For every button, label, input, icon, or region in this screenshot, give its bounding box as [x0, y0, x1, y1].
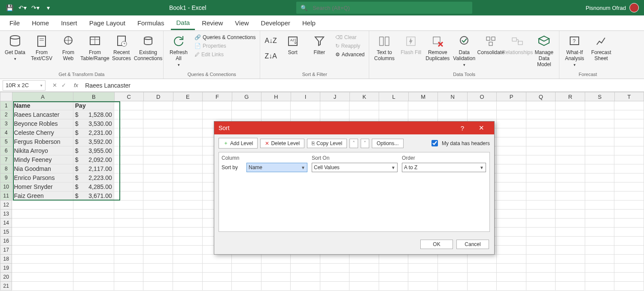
cell[interactable] [114, 164, 144, 173]
column-header[interactable]: H [261, 92, 291, 101]
cell[interactable] [438, 273, 468, 282]
refresh-all-button[interactable]: Refresh All▾ [166, 33, 191, 68]
cell[interactable] [143, 182, 173, 192]
column-header[interactable]: D [144, 92, 173, 101]
cell[interactable] [173, 210, 203, 219]
tab-file[interactable]: File [4, 17, 25, 29]
cell[interactable] [173, 219, 203, 228]
help-button[interactable]: ? [454, 122, 471, 134]
cell[interactable] [291, 101, 320, 110]
column-header[interactable]: S [585, 92, 615, 101]
search-input[interactable] [312, 4, 468, 12]
cancel-formula-icon[interactable]: ✕ [52, 82, 57, 88]
column-header[interactable]: G [232, 92, 262, 101]
cell[interactable] [173, 273, 203, 282]
cell[interactable] [114, 137, 144, 146]
cell[interactable] [261, 110, 291, 119]
cell[interactable] [73, 228, 114, 237]
cell[interactable] [379, 101, 409, 110]
cell[interactable] [497, 119, 526, 128]
cell[interactable] [526, 182, 556, 192]
row-header[interactable]: 13 [0, 210, 12, 219]
ok-button[interactable]: OK [420, 240, 453, 249]
tab-view[interactable]: View [230, 17, 254, 29]
column-header[interactable]: M [409, 92, 438, 101]
cell[interactable] [320, 255, 350, 264]
cell[interactable] [114, 201, 144, 210]
cell[interactable] [379, 110, 409, 119]
column-header[interactable]: C [115, 92, 144, 101]
dialog-titlebar[interactable]: Sort ? ✕ [214, 122, 494, 134]
cell[interactable] [143, 192, 173, 201]
cell[interactable] [232, 255, 261, 264]
cell[interactable] [497, 110, 526, 119]
row-header[interactable]: 12 [0, 201, 12, 210]
cell[interactable] [585, 137, 615, 146]
cell[interactable] [12, 255, 73, 264]
cell[interactable] [497, 201, 526, 210]
cell[interactable]: Beyonce Robles [12, 119, 73, 128]
cell[interactable] [73, 210, 114, 219]
cell[interactable] [349, 110, 379, 119]
column-header[interactable]: P [497, 92, 526, 101]
cell[interactable] [614, 219, 644, 228]
column-header[interactable]: K [350, 92, 380, 101]
cell[interactable]: $4,285.00 [73, 182, 114, 192]
cell[interactable] [173, 264, 203, 273]
cell[interactable] [526, 146, 556, 155]
cell[interactable] [497, 192, 526, 201]
cell[interactable] [614, 182, 644, 192]
cell[interactable] [556, 246, 585, 255]
cell[interactable] [173, 237, 203, 246]
cell[interactable] [320, 101, 350, 110]
cell[interactable] [114, 146, 144, 155]
column-header[interactable]: L [379, 92, 409, 101]
column-header[interactable]: E [173, 92, 203, 101]
cell[interactable] [585, 192, 615, 201]
cell[interactable] [12, 228, 73, 237]
cell[interactable] [73, 264, 114, 273]
from-table-range-button[interactable]: From Table/Range [82, 33, 107, 63]
clear-filter-button[interactable]: ⌫Clear [334, 33, 366, 41]
move-down-button[interactable]: ˅ [361, 139, 369, 148]
cell[interactable] [585, 255, 615, 264]
cell[interactable]: Enrico Parsons [12, 173, 73, 182]
row-header[interactable]: 17 [0, 246, 12, 255]
cell[interactable] [585, 237, 615, 246]
column-header[interactable]: F [203, 92, 232, 101]
row-header[interactable]: 11 [0, 192, 12, 201]
row-header[interactable]: 21 [0, 282, 12, 291]
cell[interactable] [261, 101, 291, 110]
cell[interactable] [497, 101, 526, 110]
queries-connections-button[interactable]: 🔗Queries & Connections [193, 33, 257, 41]
cell[interactable] [203, 273, 232, 282]
cell[interactable] [143, 282, 173, 291]
select-all-corner[interactable] [0, 92, 12, 101]
cell[interactable] [12, 273, 73, 282]
cell[interactable] [526, 255, 556, 264]
cell[interactable] [261, 255, 291, 264]
cell[interactable] [438, 264, 468, 273]
row-header[interactable]: 14 [0, 219, 12, 228]
order-dropdown[interactable]: A to Z▼ [402, 163, 486, 172]
cell[interactable] [261, 273, 291, 282]
cell[interactable] [585, 155, 615, 164]
cell[interactable] [497, 137, 526, 146]
cell[interactable] [73, 201, 114, 210]
cell[interactable] [614, 128, 644, 137]
cell[interactable]: Raees Lancaster [12, 110, 73, 119]
row-header[interactable]: 18 [0, 255, 12, 264]
add-level-button[interactable]: ＋Add Level [219, 138, 258, 149]
cell[interactable] [143, 173, 173, 182]
cell[interactable] [614, 119, 644, 128]
cell[interactable] [143, 155, 173, 164]
cell[interactable] [143, 146, 173, 155]
cell[interactable] [497, 237, 526, 246]
from-web-button[interactable]: From Web [56, 33, 81, 63]
cell[interactable]: $3,671.00 [73, 192, 114, 201]
cell[interactable] [349, 101, 379, 110]
column-header[interactable]: N [438, 92, 468, 101]
cell[interactable] [468, 282, 497, 291]
cell[interactable] [12, 219, 73, 228]
get-data-button[interactable]: Get Data▾ [3, 33, 27, 62]
